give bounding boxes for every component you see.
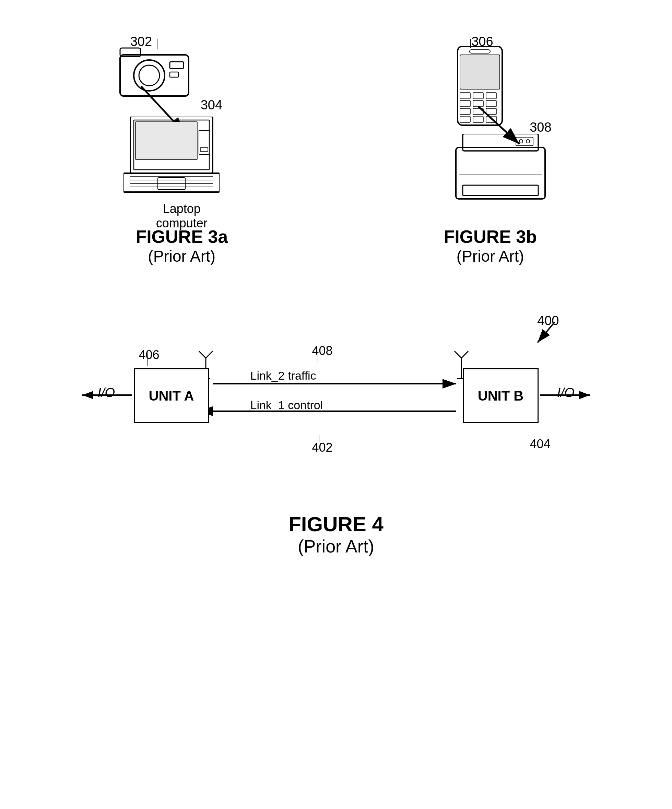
svg-rect-28 [473, 101, 483, 107]
printer-icon [452, 134, 549, 209]
svg-rect-26 [486, 92, 496, 99]
svg-rect-25 [473, 92, 483, 99]
svg-rect-6 [170, 72, 178, 77]
fig3a-caption: FIGURE 3a (Prior Art) [136, 227, 228, 265]
bottom-section: 400 406 408 [27, 314, 645, 557]
fig4-title: FIGURE 4 [289, 512, 383, 536]
svg-line-55 [199, 351, 206, 358]
svg-rect-27 [460, 101, 470, 107]
svg-rect-42 [463, 185, 538, 195]
svg-line-60 [461, 351, 468, 358]
io-label-right: I/O [557, 386, 575, 400]
fig3a-subtitle: (Prior Art) [136, 247, 228, 265]
figure-3a: 302 [43, 34, 321, 265]
figure-3b: 306 [351, 34, 629, 265]
center-arrows [209, 367, 463, 435]
arrow-400 [536, 320, 563, 348]
svg-point-44 [519, 139, 523, 143]
svg-rect-40 [456, 148, 545, 199]
svg-rect-33 [460, 116, 470, 123]
tick-408 [318, 348, 328, 366]
svg-rect-30 [460, 108, 470, 114]
svg-line-59 [455, 351, 461, 358]
fig3b-title: FIGURE 3b [444, 227, 537, 247]
svg-rect-23 [460, 55, 500, 89]
figure4-diagram: 400 406 408 [79, 314, 593, 492]
fig4-subtitle: (Prior Art) [289, 536, 383, 557]
fig3b-subtitle: (Prior Art) [444, 247, 537, 265]
svg-rect-24 [460, 92, 470, 99]
svg-line-56 [206, 351, 213, 358]
fig3b-caption: FIGURE 3b (Prior Art) [444, 227, 537, 265]
svg-point-45 [526, 139, 530, 143]
svg-point-3 [139, 65, 160, 86]
link1-label: Link_1 control [250, 398, 323, 412]
unit-a-box: UNIT A [134, 368, 209, 423]
laptop-label: Laptop computer [139, 201, 225, 230]
unit-b-box: UNIT B [463, 368, 539, 423]
tick-402 [319, 435, 329, 445]
top-section: 302 [27, 20, 645, 293]
svg-rect-12 [136, 122, 197, 159]
tick-406 [148, 352, 158, 370]
io-label-left: I/O [98, 386, 115, 400]
svg-rect-43 [516, 137, 533, 146]
svg-rect-15 [123, 173, 220, 192]
link2-label: Link_2 traffic [250, 369, 316, 383]
svg-rect-5 [170, 62, 183, 69]
svg-rect-29 [486, 101, 496, 107]
page: 302 [0, 0, 672, 809]
fig4-caption: FIGURE 4 (Prior Art) [289, 512, 383, 557]
laptop-icon [123, 117, 220, 199]
svg-rect-14 [200, 148, 208, 151]
tick-404 [532, 432, 542, 441]
svg-line-48 [538, 322, 555, 342]
svg-rect-36 [470, 50, 490, 53]
